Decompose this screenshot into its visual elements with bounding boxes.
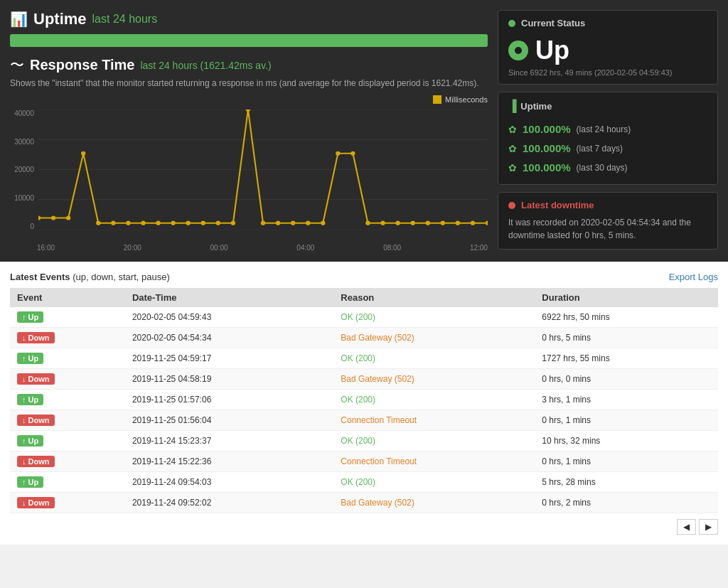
event-cell: ↓ Down <box>10 368 125 389</box>
svg-point-16 <box>201 220 205 225</box>
chart-container: Milliseconds 40000 30000 20000 10000 0 <box>10 95 488 252</box>
svg-point-17 <box>216 220 220 225</box>
table-row: ↓ Down 2019-11-25 01:56:04 Connection Ti… <box>10 410 718 430</box>
events-title: Latest Events (up, down, start, pause) <box>10 272 170 282</box>
col-datetime: Date-Time <box>125 288 333 307</box>
uptime-bar-fill <box>10 34 488 47</box>
svg-point-7 <box>66 215 70 220</box>
event-badge: ↑ Up <box>17 435 43 447</box>
reason-text: Connection Timeout <box>341 415 417 425</box>
response-desc: Shows the "instant" that the monitor sta… <box>10 77 488 90</box>
table-row: ↑ Up 2020-02-05 04:59:43 OK (200) 6922 h… <box>10 307 718 328</box>
event-badge: ↑ Up <box>17 353 43 364</box>
reason-cell: Bad Gateway (502) <box>333 492 535 513</box>
event-badge: ↑ Up <box>17 476 43 488</box>
table-row: ↓ Down 2019-11-24 15:22:36 Connection Ti… <box>10 451 718 471</box>
y-label-30000: 30000 <box>10 138 34 146</box>
event-cell: ↑ Up <box>10 471 125 492</box>
y-label-40000: 40000 <box>10 109 34 117</box>
status-up-text: Up <box>535 36 569 65</box>
bar-chart-icon: 📊 <box>10 11 28 28</box>
chart-legend-label: Milliseconds <box>445 95 488 104</box>
top-section: 📊 Uptime last 24 hours 〜 Response Time l… <box>0 0 728 262</box>
uptime-section: 📊 Uptime last 24 hours <box>10 10 488 47</box>
bottom-section: Latest Events (up, down, start, pause) E… <box>0 262 728 545</box>
reason-text: OK (200) <box>341 477 375 487</box>
svg-point-20 <box>261 220 265 225</box>
legend-box <box>433 95 441 104</box>
event-cell: ↓ Down <box>10 327 125 348</box>
reason-cell: OK (200) <box>333 307 535 328</box>
downtime-dot-red <box>508 202 515 209</box>
duration-cell: 3 hrs, 1 mins <box>535 389 718 410</box>
event-badge: ↑ Up <box>17 394 43 405</box>
reason-text: Bad Gateway (502) <box>341 498 414 508</box>
current-status-title: Current Status <box>521 18 585 28</box>
table-row: ↑ Up 2019-11-25 01:57:06 OK (200) 3 hrs,… <box>10 389 718 410</box>
svg-point-10 <box>111 220 115 225</box>
star-icon-3: ✿ <box>508 162 517 173</box>
star-icon-1: ✿ <box>508 124 517 135</box>
duration-cell: 0 hrs, 5 mins <box>535 327 718 348</box>
export-logs-link[interactable]: Export Logs <box>669 272 718 282</box>
star-icon-2: ✿ <box>508 143 517 154</box>
svg-point-25 <box>336 151 340 156</box>
status-since: Since 6922 hrs, 49 mins (2020-02-05 04:5… <box>508 68 707 77</box>
svg-point-14 <box>171 220 175 225</box>
svg-point-28 <box>380 220 385 225</box>
event-cell: ↓ Down <box>10 451 125 471</box>
col-event: Event <box>10 288 125 307</box>
events-table-header-row: Event Date-Time Reason Duration <box>10 288 718 307</box>
next-page-button[interactable]: ▶ <box>699 519 718 535</box>
status-dot-green <box>508 20 515 27</box>
uptime-subtitle: last 24 hours <box>92 13 158 26</box>
uptime-stats-box: ▐ Uptime ✿ 100.000% (last 24 hours) ✿ 10… <box>498 92 718 185</box>
svg-point-35 <box>486 220 488 225</box>
event-badge: ↓ Down <box>17 456 55 467</box>
duration-cell: 0 hrs, 2 mins <box>535 492 718 513</box>
events-table: Event Date-Time Reason Duration ↑ Up 202… <box>10 288 718 513</box>
svg-point-23 <box>306 220 310 225</box>
prev-page-button[interactable]: ◀ <box>677 519 696 535</box>
reason-cell: Bad Gateway (502) <box>333 368 535 389</box>
uptime-stat-24h: ✿ 100.000% (last 24 hours) <box>508 119 707 139</box>
current-status-header: Current Status <box>508 18 707 28</box>
response-icon: 〜 <box>10 55 24 75</box>
chart-svg <box>38 109 488 230</box>
col-duration: Duration <box>535 288 718 307</box>
event-badge: ↓ Down <box>17 373 55 385</box>
chart-legend: Milliseconds <box>433 95 488 104</box>
left-panel: 📊 Uptime last 24 hours 〜 Response Time l… <box>10 10 488 252</box>
reason-text: OK (200) <box>341 312 375 322</box>
reason-cell: OK (200) <box>333 348 535 368</box>
chart-svg-area <box>38 109 488 230</box>
y-label-10000: 10000 <box>10 194 34 202</box>
reason-text: Connection Timeout <box>341 456 417 466</box>
svg-point-30 <box>411 220 415 225</box>
uptime-title: Uptime <box>33 10 87 28</box>
table-row: ↓ Down 2019-11-24 09:52:02 Bad Gateway (… <box>10 492 718 513</box>
table-row: ↓ Down 2020-02-05 04:54:34 Bad Gateway (… <box>10 327 718 348</box>
downtime-header: Latest downtime <box>508 200 707 210</box>
reason-cell: Connection Timeout <box>333 410 535 430</box>
x-label-1200: 12:00 <box>470 244 488 252</box>
reason-cell: Bad Gateway (502) <box>333 327 535 348</box>
datetime-cell: 2019-11-24 15:22:36 <box>125 451 333 471</box>
duration-cell: 0 hrs, 0 mins <box>535 368 718 389</box>
duration-cell: 5 hrs, 28 mins <box>535 471 718 492</box>
bar-icon-small: ▐ <box>508 100 516 112</box>
svg-point-5 <box>38 215 41 220</box>
svg-point-24 <box>321 220 325 225</box>
svg-point-18 <box>231 220 235 225</box>
svg-point-12 <box>141 220 145 225</box>
table-row: ↓ Down 2019-11-25 04:58:19 Bad Gateway (… <box>10 368 718 389</box>
latest-downtime-box: Latest downtime It was recorded on 2020-… <box>498 192 718 250</box>
x-label-0400: 04:00 <box>296 244 314 252</box>
svg-point-19 <box>246 109 250 112</box>
chart-x-labels: 16:00 20:00 00:00 04:00 08:00 12:00 <box>37 244 488 252</box>
reason-text: Bad Gateway (502) <box>341 333 414 343</box>
y-label-20000: 20000 <box>10 166 34 173</box>
datetime-cell: 2019-11-25 04:59:17 <box>125 348 333 368</box>
event-badge: ↓ Down <box>17 415 55 426</box>
y-label-0: 0 <box>10 223 34 230</box>
